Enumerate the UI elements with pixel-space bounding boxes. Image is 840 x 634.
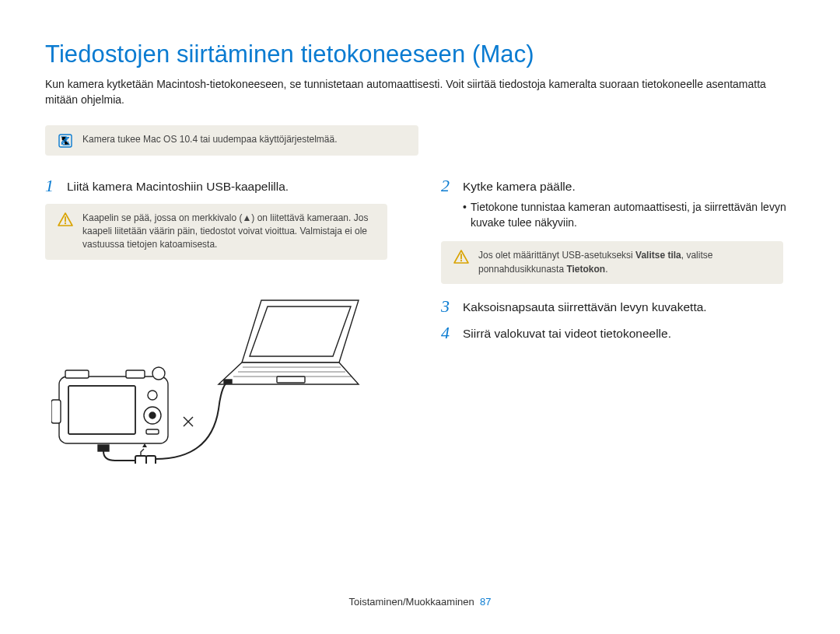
right-column: 2 Kytke kamera päälle. • Tietokone tunni… [441,177,795,467]
svg-rect-15 [65,370,89,378]
cable-warning-text: Kaapelin se pää, jossa on merkkivalo (▲)… [82,212,375,252]
step-number: 2 [441,177,458,194]
svg-point-17 [152,367,165,380]
svg-rect-23 [146,456,156,464]
note-bold: Tietokon [566,264,605,275]
svg-rect-19 [98,445,109,451]
svg-rect-16 [126,370,145,378]
intro-text: Kun kamera kytketään Macintosh-tietokone… [45,76,795,108]
step-3: 3 Kaksoisnapsauta siirrettävän levyn kuv… [441,298,795,315]
svg-rect-6 [277,377,305,383]
usb-mode-note: Jos olet määrittänyt USB-asetukseksi Val… [441,241,783,284]
os-support-note: Kamera tukee Mac OS 10.4 tai uudempaa kä… [45,125,418,156]
step-4: 4 Siirrä valokuvat tai videot tietokonee… [441,324,795,342]
warning-icon [58,212,73,226]
svg-point-2 [65,222,66,224]
step-text: Kytke kamera päälle. [463,177,576,194]
svg-point-11 [148,391,157,400]
page-number: 87 [480,596,491,608]
usb-mode-text: Jos olet määrittänyt USB-asetukseksi Val… [478,249,771,276]
footer-section: Toistaminen/Muokkaaminen [349,596,474,608]
bullet-icon: • [463,199,471,215]
svg-rect-22 [135,456,146,464]
warning-icon [453,250,469,264]
step-2-bullet: • Tietokone tunnistaa kameran automaatti… [463,199,795,231]
svg-point-13 [149,412,156,419]
bullet-text: Tietokone tunnistaa kameran automaattise… [471,199,795,231]
step-1: 1 Liitä kamera Macintoshiin USB-kaapelil… [45,177,399,194]
svg-rect-7 [224,380,232,384]
step-number: 4 [441,324,458,342]
note-part: Jos olet määrittänyt USB-asetukseksi [478,250,635,261]
svg-marker-24 [142,443,147,447]
svg-rect-18 [51,400,61,423]
step-number: 1 [45,177,62,194]
step-2: 2 Kytke kamera päälle. [441,177,795,194]
step-text: Liitä kamera Macintoshiin USB-kaapelilla… [67,177,289,194]
step-text: Kaksoisnapsauta siirrettävän levyn kuvak… [463,298,707,314]
svg-rect-14 [146,429,159,434]
left-column: 1 Liitä kamera Macintoshiin USB-kaapelil… [45,177,399,467]
svg-point-26 [460,260,462,261]
os-support-text: Kamera tukee Mac OS 10.4 tai uudempaa kä… [82,133,406,146]
note-bold: Valitse tila [635,250,681,261]
connection-illustration [51,292,378,464]
cable-warning: Kaapelin se pää, jossa on merkkivalo (▲)… [45,204,387,260]
note-icon [58,134,73,148]
step-text: Siirrä valokuvat tai videot tietokoneell… [463,324,671,341]
note-part: . [605,264,607,275]
svg-rect-9 [68,386,135,434]
step-number: 3 [441,298,458,315]
page-footer: Toistaminen/Muokkaaminen 87 [0,596,840,608]
page-title: Tiedostojen siirtäminen tietokoneeseen (… [45,40,795,68]
